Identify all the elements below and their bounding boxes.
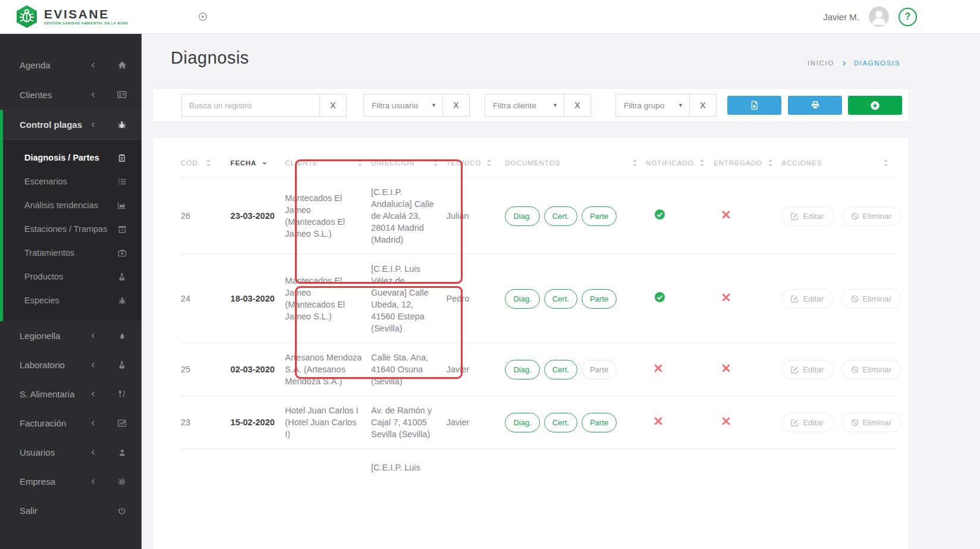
user-filter-clear-button[interactable]: X bbox=[442, 94, 470, 117]
group-filter-clear-button[interactable]: X bbox=[689, 94, 717, 117]
sidebar-item-s-alimentaria[interactable]: S. Alimentaria bbox=[0, 379, 142, 409]
cell-fecha: 18-03-2020 bbox=[231, 255, 285, 343]
delete-button[interactable]: Eliminar bbox=[841, 360, 902, 379]
question-mark-icon: ? bbox=[905, 11, 911, 22]
doc-button-parte[interactable]: Parte bbox=[582, 289, 617, 309]
list-icon bbox=[117, 177, 127, 186]
sidebar-item-analisis-tendencias[interactable]: Análisis tendencias bbox=[0, 193, 142, 217]
sidebar: Agenda Clientes Control plagas bbox=[0, 34, 142, 549]
power-icon bbox=[117, 507, 127, 515]
row-actions: Editar Eliminar bbox=[781, 413, 888, 432]
brand-logo[interactable]: EVISANE GESTIÓN SANIDAD AMBIENTAL EN LA … bbox=[0, 5, 128, 29]
search-input[interactable] bbox=[181, 94, 319, 117]
column-header-entregado[interactable]: ENTREGADO bbox=[714, 146, 781, 178]
sidebar-item-productos[interactable]: Productos bbox=[0, 265, 142, 288]
doc-button-diag[interactable]: Diag. bbox=[505, 289, 539, 309]
doc-button-diag[interactable]: Diag. bbox=[505, 206, 539, 226]
column-header-acciones[interactable]: ACCIONES bbox=[781, 146, 897, 178]
sidebar-item-salir[interactable]: Salir bbox=[0, 496, 142, 525]
delete-button[interactable]: Eliminar bbox=[841, 206, 902, 226]
edit-button[interactable]: Editar bbox=[781, 413, 833, 432]
droplet-icon bbox=[117, 332, 127, 340]
caret-down-icon: ▼ bbox=[678, 102, 683, 108]
doc-button-cert[interactable]: Cert. bbox=[544, 289, 577, 309]
sidebar-item-tratamientos[interactable]: Tratamientos bbox=[0, 241, 142, 265]
doc-button-diag[interactable]: Diag. bbox=[505, 413, 539, 432]
column-header-direccion[interactable]: DIRECCIÓN bbox=[371, 146, 446, 178]
doc-button-diag[interactable]: Diag. bbox=[505, 360, 539, 379]
sidebar-item-laboratorio[interactable]: Laboratorio bbox=[0, 350, 142, 379]
sidebar-item-control-plagas[interactable]: Control plagas bbox=[0, 110, 142, 140]
delete-button[interactable]: Eliminar bbox=[841, 413, 902, 432]
delete-label: Eliminar bbox=[863, 294, 892, 303]
search-group: X bbox=[181, 94, 347, 117]
archive-icon bbox=[117, 225, 127, 234]
cell-tecnico: Pedro bbox=[447, 255, 505, 343]
add-record-button[interactable] bbox=[848, 96, 902, 115]
column-header-fecha[interactable]: FECHA bbox=[231, 146, 285, 178]
edit-label: Editar bbox=[803, 365, 824, 374]
doc-button-parte[interactable]: Parte bbox=[582, 360, 617, 379]
entregado-status bbox=[714, 417, 730, 425]
cell-cliente: Mantecados El Jameo (Mantecados El Jameo… bbox=[285, 178, 371, 255]
sidebar-item-agenda[interactable]: Agenda bbox=[0, 50, 142, 80]
sort-icon bbox=[699, 159, 705, 167]
edit-button[interactable]: Editar bbox=[781, 206, 833, 226]
cell-tecnico: Javier bbox=[447, 396, 505, 449]
person-icon bbox=[869, 7, 889, 27]
edit-button[interactable]: Editar bbox=[781, 360, 833, 379]
notificado-status bbox=[646, 364, 662, 372]
delete-label: Eliminar bbox=[863, 418, 892, 427]
help-button[interactable]: ? bbox=[899, 8, 917, 26]
sidebar-item-diagnosis-partes[interactable]: Diagnosis / Partes bbox=[0, 146, 142, 170]
excel-file-icon bbox=[750, 101, 759, 110]
breadcrumb-inicio[interactable]: INICIO bbox=[808, 59, 834, 67]
doc-button-parte[interactable]: Parte bbox=[582, 413, 617, 432]
group-filter-select[interactable]: Filtra grupo ▼ bbox=[615, 94, 689, 117]
table-row: 23 15-02-2020 Hotel Juan Carlos I (Hotel… bbox=[181, 396, 897, 449]
flask-icon bbox=[117, 360, 127, 369]
check-circle-icon bbox=[654, 209, 665, 220]
column-header-notificado[interactable]: NOTIFICADO bbox=[646, 146, 714, 178]
sort-icon bbox=[632, 159, 637, 167]
avatar[interactable] bbox=[869, 7, 889, 27]
search-clear-button[interactable]: X bbox=[319, 94, 347, 117]
doc-button-cert[interactable]: Cert. bbox=[544, 413, 577, 432]
sidebar-item-empresa[interactable]: Empresa bbox=[0, 467, 142, 496]
client-filter-clear-button[interactable]: X bbox=[564, 94, 591, 117]
edit-icon bbox=[791, 366, 799, 374]
sidebar-item-facturacion[interactable]: Facturación bbox=[0, 409, 142, 438]
print-button[interactable] bbox=[788, 96, 842, 115]
sidebar-item-escenarios[interactable]: Escenarios bbox=[0, 170, 142, 193]
chevron-left-icon bbox=[90, 92, 96, 98]
sidebar-item-legionella[interactable]: Legionella bbox=[0, 321, 142, 350]
doc-button-cert[interactable]: Cert. bbox=[544, 206, 577, 226]
chevron-right-icon bbox=[841, 61, 847, 66]
edit-icon bbox=[791, 212, 799, 220]
x-mark-icon bbox=[654, 364, 662, 372]
sidebar-bottom-group: Legionella Laboratorio S. Alimentaria bbox=[0, 321, 142, 525]
sidebar-item-usuarios[interactable]: Usuarios bbox=[0, 438, 142, 467]
doc-buttons: Diag.Cert.Parte bbox=[505, 289, 637, 309]
sidebar-item-clientes[interactable]: Clientes bbox=[0, 80, 142, 109]
column-header-cod[interactable]: CÓD. bbox=[181, 146, 231, 178]
printer-icon bbox=[811, 101, 820, 110]
edit-button[interactable]: Editar bbox=[781, 289, 833, 309]
client-filter-select[interactable]: Filtra cliente ▼ bbox=[485, 94, 564, 117]
sidebar-item-especies[interactable]: Especies bbox=[0, 288, 142, 312]
user-name[interactable]: Javier M. bbox=[823, 12, 859, 22]
export-excel-button[interactable] bbox=[727, 96, 781, 115]
sidebar-item-estaciones-trampas[interactable]: Estaciones / Trampas bbox=[0, 217, 142, 241]
delete-button[interactable]: Eliminar bbox=[841, 289, 902, 309]
user-filter-select[interactable]: Filtra usuario ▼ bbox=[363, 94, 442, 117]
page-title: Diagnosis bbox=[171, 48, 249, 68]
column-header-tecnico[interactable]: TÉCNICO bbox=[447, 146, 505, 178]
doc-button-parte[interactable]: Parte bbox=[582, 206, 617, 226]
cell-fecha: 02-03-2020 bbox=[231, 343, 285, 396]
bug-icon bbox=[117, 120, 127, 130]
column-header-documentos[interactable]: DOCUMENTOS bbox=[505, 146, 646, 178]
doc-button-cert[interactable]: Cert. bbox=[544, 360, 577, 379]
cell-cliente bbox=[285, 449, 371, 486]
sidebar-collapse-toggle[interactable] bbox=[198, 12, 208, 21]
column-header-cliente[interactable]: CLIENTE bbox=[285, 146, 371, 178]
